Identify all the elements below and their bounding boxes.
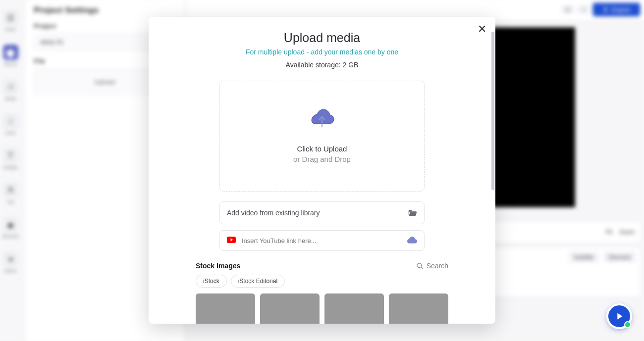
- stock-image-thumb[interactable]: [196, 293, 255, 324]
- stock-search-button[interactable]: Search: [416, 262, 448, 270]
- cloud-upload-icon: [310, 109, 334, 132]
- stock-tabs: iStock iStock Editorial: [196, 275, 448, 288]
- search-icon: [416, 262, 424, 270]
- youtube-link-input[interactable]: [242, 237, 401, 244]
- upload-dropzone[interactable]: Click to Upload or Drag and Drop: [219, 81, 425, 192]
- scrollbar-thumb[interactable]: [491, 32, 494, 190]
- svg-line-4: [421, 267, 423, 269]
- stock-image-grid: [196, 293, 448, 324]
- storage-text: Available storage:: [286, 61, 343, 69]
- play-icon: [614, 311, 625, 322]
- dropzone-primary-text: Click to Upload: [297, 145, 347, 153]
- modal-body: Upload media For multiple upload - add y…: [149, 17, 495, 324]
- stock-image-thumb[interactable]: [260, 293, 320, 324]
- storage-label: Available storage: 2 GB: [168, 61, 476, 69]
- library-label: Add video from existing library: [227, 209, 320, 217]
- folder-open-icon: [408, 208, 417, 217]
- cloud-icon: [407, 237, 417, 245]
- stock-image-thumb[interactable]: [389, 293, 448, 324]
- youtube-link-row[interactable]: [219, 230, 425, 251]
- stock-header: Stock Images Search: [196, 262, 448, 270]
- tab-istock-editorial[interactable]: iStock Editorial: [231, 275, 285, 288]
- svg-point-3: [417, 263, 422, 267]
- modal-title: Upload media: [168, 31, 476, 45]
- help-fab[interactable]: [606, 303, 632, 329]
- modal-scrollbar[interactable]: [491, 32, 494, 294]
- stock-title: Stock Images: [196, 262, 240, 270]
- online-status-dot: [624, 321, 631, 328]
- tab-istock[interactable]: iStock: [196, 275, 227, 288]
- modal-subtitle: For multiple upload - add your medias on…: [168, 48, 476, 56]
- search-label: Search: [427, 262, 448, 270]
- dropzone-secondary-text: or Drag and Drop: [293, 155, 351, 163]
- youtube-icon: [227, 237, 236, 244]
- storage-value: 2 GB: [343, 61, 359, 69]
- svg-marker-5: [617, 313, 622, 320]
- modal-scrim: ✕ Upload media For multiple upload - add…: [0, 0, 644, 341]
- stock-image-thumb[interactable]: [324, 293, 384, 324]
- upload-media-modal: ✕ Upload media For multiple upload - add…: [149, 17, 495, 324]
- add-from-library-button[interactable]: Add video from existing library: [219, 201, 425, 224]
